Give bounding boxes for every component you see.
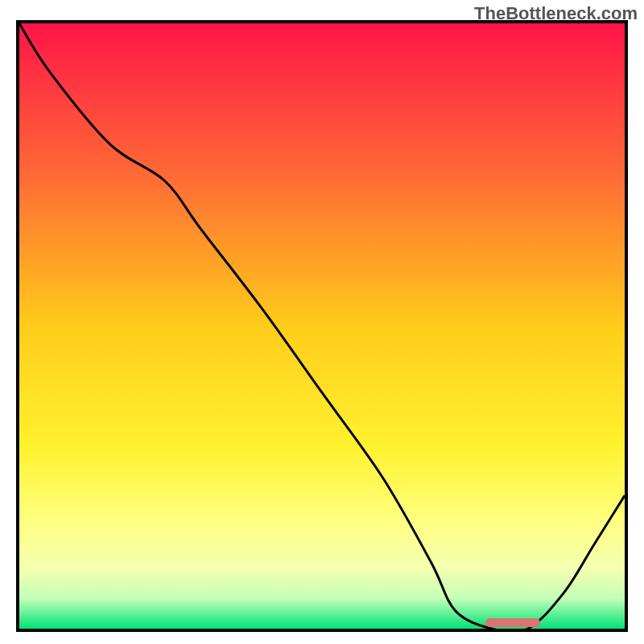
chart-container: TheBottleneck.com: [0, 0, 644, 644]
watermark-text: TheBottleneck.com: [474, 3, 638, 24]
plot-area: [16, 20, 628, 632]
bottleneck-curve: [19, 23, 625, 629]
optimal-range-marker: [485, 618, 540, 627]
curve-layer: [19, 23, 625, 629]
